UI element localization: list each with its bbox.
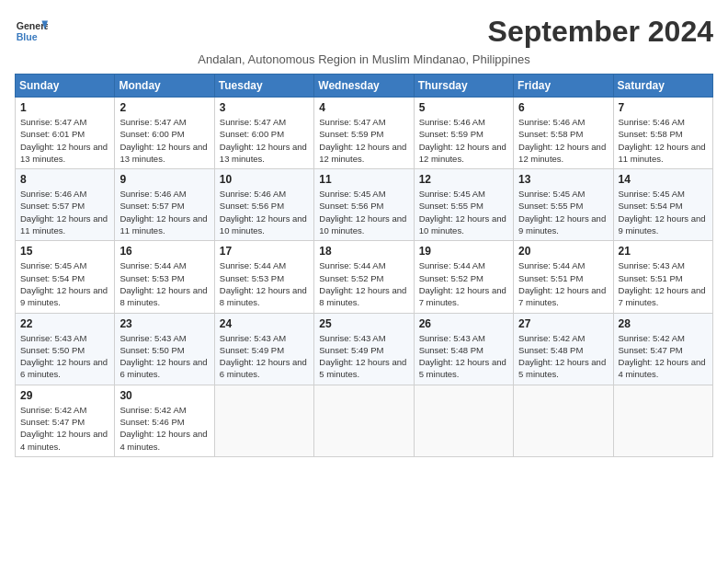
day-number: 30 xyxy=(119,389,209,402)
day-cell-28: 28 Sunrise: 5:42 AM Sunset: 5:47 PM Dayl… xyxy=(613,313,712,385)
daylight-label: Daylight: 12 hours and 9 minutes. xyxy=(20,285,108,307)
day-cell-2: 2 Sunrise: 5:47 AM Sunset: 6:00 PM Dayli… xyxy=(115,98,214,169)
day-info: Sunrise: 5:44 AM Sunset: 5:53 PM Dayligh… xyxy=(220,259,309,308)
day-info: Sunrise: 5:44 AM Sunset: 5:52 PM Dayligh… xyxy=(319,259,408,308)
day-number: 25 xyxy=(319,317,408,330)
day-number: 11 xyxy=(319,173,408,186)
day-number: 16 xyxy=(119,245,209,258)
day-number: 13 xyxy=(518,173,608,186)
sunrise-label: Sunrise: 5:44 AM xyxy=(518,260,585,270)
sunrise-label: Sunrise: 5:46 AM xyxy=(220,189,286,199)
daylight-label: Daylight: 12 hours and 5 minutes. xyxy=(319,357,406,379)
sunrise-label: Sunrise: 5:45 AM xyxy=(319,189,385,199)
day-cell-24: 24 Sunrise: 5:43 AM Sunset: 5:49 PM Dayl… xyxy=(214,313,313,385)
day-cell-23: 23 Sunrise: 5:43 AM Sunset: 5:50 PM Dayl… xyxy=(115,313,214,385)
weekday-header-thursday: Thursday xyxy=(414,75,513,98)
sunset-label: Sunset: 5:46 PM xyxy=(119,417,184,427)
day-number: 1 xyxy=(20,101,109,114)
sunset-label: Sunset: 5:54 PM xyxy=(20,273,85,283)
sunset-label: Sunset: 5:53 PM xyxy=(119,273,184,283)
day-cell-14: 14 Sunrise: 5:45 AM Sunset: 5:54 PM Dayl… xyxy=(613,169,712,241)
day-info: Sunrise: 5:47 AM Sunset: 6:00 PM Dayligh… xyxy=(119,116,209,165)
day-cell-18: 18 Sunrise: 5:44 AM Sunset: 5:52 PM Dayl… xyxy=(314,241,414,313)
sunrise-label: Sunrise: 5:46 AM xyxy=(419,117,485,127)
day-number: 26 xyxy=(419,317,508,330)
sunset-label: Sunset: 5:55 PM xyxy=(419,201,483,211)
sunset-label: Sunset: 5:47 PM xyxy=(619,345,683,355)
daylight-label: Daylight: 12 hours and 5 minutes. xyxy=(518,357,606,379)
sunrise-label: Sunrise: 5:47 AM xyxy=(119,117,186,127)
day-cell-29: 29 Sunrise: 5:42 AM Sunset: 5:47 PM Dayl… xyxy=(16,385,115,456)
sunrise-label: Sunrise: 5:43 AM xyxy=(619,260,685,270)
daylight-label: Daylight: 12 hours and 12 minutes. xyxy=(419,142,506,164)
empty-cell xyxy=(613,385,712,456)
daylight-label: Daylight: 12 hours and 10 minutes. xyxy=(319,213,406,236)
daylight-label: Daylight: 12 hours and 11 minutes. xyxy=(619,142,706,164)
sunset-label: Sunset: 6:00 PM xyxy=(220,129,284,139)
empty-cell xyxy=(414,385,513,456)
day-info: Sunrise: 5:47 AM Sunset: 6:00 PM Dayligh… xyxy=(220,116,309,165)
day-info: Sunrise: 5:45 AM Sunset: 5:54 PM Dayligh… xyxy=(20,259,109,308)
day-number: 10 xyxy=(220,173,309,186)
day-number: 27 xyxy=(518,317,608,330)
day-info: Sunrise: 5:46 AM Sunset: 5:57 PM Dayligh… xyxy=(119,188,209,236)
daylight-label: Daylight: 12 hours and 7 minutes. xyxy=(619,285,706,307)
day-number: 12 xyxy=(419,173,508,186)
day-cell-19: 19 Sunrise: 5:44 AM Sunset: 5:52 PM Dayl… xyxy=(414,241,513,313)
day-info: Sunrise: 5:44 AM Sunset: 5:53 PM Dayligh… xyxy=(119,259,209,308)
sunset-label: Sunset: 5:49 PM xyxy=(220,345,284,355)
weekday-header-monday: Monday xyxy=(115,75,214,98)
day-info: Sunrise: 5:43 AM Sunset: 5:49 PM Dayligh… xyxy=(220,332,309,381)
sunrise-label: Sunrise: 5:44 AM xyxy=(119,260,186,270)
sunrise-label: Sunrise: 5:45 AM xyxy=(419,189,485,199)
sunrise-label: Sunrise: 5:44 AM xyxy=(220,260,286,270)
daylight-label: Daylight: 12 hours and 10 minutes. xyxy=(419,213,506,236)
sunset-label: Sunset: 5:57 PM xyxy=(119,201,184,211)
day-info: Sunrise: 5:42 AM Sunset: 5:46 PM Dayligh… xyxy=(119,404,209,453)
day-info: Sunrise: 5:43 AM Sunset: 5:49 PM Dayligh… xyxy=(319,332,408,381)
day-info: Sunrise: 5:46 AM Sunset: 5:58 PM Dayligh… xyxy=(518,116,608,165)
day-cell-12: 12 Sunrise: 5:45 AM Sunset: 5:55 PM Dayl… xyxy=(414,169,513,241)
daylight-label: Daylight: 12 hours and 8 minutes. xyxy=(119,285,207,307)
day-cell-5: 5 Sunrise: 5:46 AM Sunset: 5:59 PM Dayli… xyxy=(414,98,513,169)
day-info: Sunrise: 5:46 AM Sunset: 5:58 PM Dayligh… xyxy=(619,116,708,165)
day-cell-6: 6 Sunrise: 5:46 AM Sunset: 5:58 PM Dayli… xyxy=(514,98,613,169)
day-cell-17: 17 Sunrise: 5:44 AM Sunset: 5:53 PM Dayl… xyxy=(214,241,313,313)
weekday-header-sunday: Sunday xyxy=(16,75,115,98)
day-cell-7: 7 Sunrise: 5:46 AM Sunset: 5:58 PM Dayli… xyxy=(613,98,712,169)
day-info: Sunrise: 5:46 AM Sunset: 5:57 PM Dayligh… xyxy=(20,188,109,236)
day-cell-3: 3 Sunrise: 5:47 AM Sunset: 6:00 PM Dayli… xyxy=(214,98,313,169)
day-info: Sunrise: 5:46 AM Sunset: 5:56 PM Dayligh… xyxy=(220,188,309,236)
calendar-subtitle: Andalan, Autonomous Region in Muslim Min… xyxy=(15,52,713,66)
sunrise-label: Sunrise: 5:42 AM xyxy=(518,333,585,343)
day-info: Sunrise: 5:45 AM Sunset: 5:56 PM Dayligh… xyxy=(319,188,408,236)
sunset-label: Sunset: 5:57 PM xyxy=(20,201,85,211)
day-info: Sunrise: 5:44 AM Sunset: 5:51 PM Dayligh… xyxy=(518,259,608,308)
day-cell-15: 15 Sunrise: 5:45 AM Sunset: 5:54 PM Dayl… xyxy=(16,241,115,313)
day-cell-22: 22 Sunrise: 5:43 AM Sunset: 5:50 PM Dayl… xyxy=(16,313,115,385)
daylight-label: Daylight: 12 hours and 11 minutes. xyxy=(20,213,108,236)
day-cell-11: 11 Sunrise: 5:45 AM Sunset: 5:56 PM Dayl… xyxy=(314,169,414,241)
daylight-label: Daylight: 12 hours and 12 minutes. xyxy=(518,142,606,164)
day-number: 28 xyxy=(619,317,708,330)
daylight-label: Daylight: 12 hours and 4 minutes. xyxy=(20,429,108,451)
sunset-label: Sunset: 5:58 PM xyxy=(518,129,583,139)
day-number: 21 xyxy=(619,245,708,258)
day-number: 20 xyxy=(518,245,608,258)
sunrise-label: Sunrise: 5:43 AM xyxy=(20,333,86,343)
sunset-label: Sunset: 5:47 PM xyxy=(20,417,85,427)
daylight-label: Daylight: 12 hours and 13 minutes. xyxy=(119,142,207,164)
day-info: Sunrise: 5:43 AM Sunset: 5:50 PM Dayligh… xyxy=(20,332,109,381)
sunset-label: Sunset: 5:50 PM xyxy=(119,345,184,355)
daylight-label: Daylight: 12 hours and 13 minutes. xyxy=(20,142,108,164)
daylight-label: Daylight: 12 hours and 9 minutes. xyxy=(619,213,706,236)
daylight-label: Daylight: 12 hours and 4 minutes. xyxy=(619,357,706,379)
day-number: 4 xyxy=(319,101,408,114)
day-number: 19 xyxy=(419,245,508,258)
day-cell-1: 1 Sunrise: 5:47 AM Sunset: 6:01 PM Dayli… xyxy=(16,98,115,169)
daylight-label: Daylight: 12 hours and 10 minutes. xyxy=(220,213,307,236)
day-cell-27: 27 Sunrise: 5:42 AM Sunset: 5:48 PM Dayl… xyxy=(514,313,613,385)
weekday-header-saturday: Saturday xyxy=(613,75,712,98)
sunrise-label: Sunrise: 5:44 AM xyxy=(419,260,485,270)
day-info: Sunrise: 5:47 AM Sunset: 6:01 PM Dayligh… xyxy=(20,116,109,165)
